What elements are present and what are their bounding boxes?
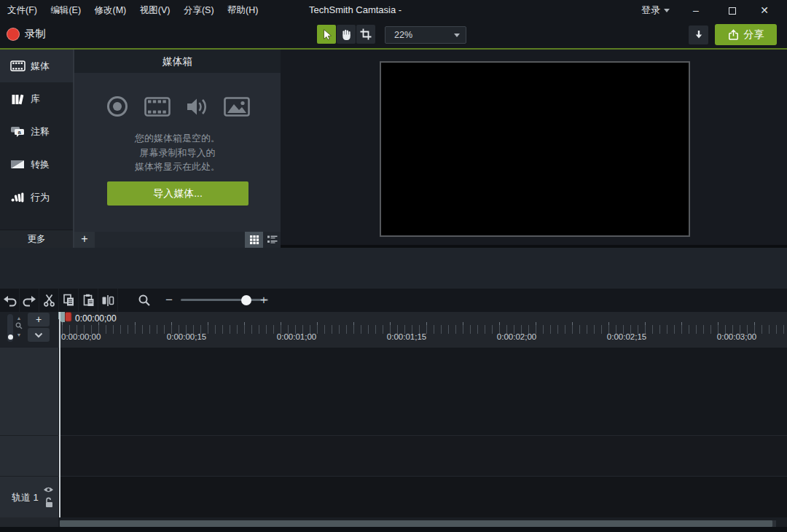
scrollbar-end-notch [772,520,776,527]
add-media-button[interactable]: + [74,232,95,248]
menu-view[interactable]: 视图(V) [135,0,176,20]
eye-icon [43,486,54,493]
menu-edit[interactable]: 编辑(E) [45,0,86,20]
undo-icon [3,294,17,307]
redo-button[interactable] [20,289,39,312]
record-circle-icon [106,95,129,118]
sidebar-item-library[interactable]: 库 [0,82,73,115]
ruler-label: 0:00:02;15 [607,332,646,341]
maximize-button[interactable] [723,0,742,20]
ruler-label: 0:00:02;00 [497,332,536,341]
lock-open-icon [44,497,54,508]
track-1-lane[interactable] [58,476,787,517]
track-1-name[interactable]: 轨道 1 [12,491,39,504]
books-icon [8,93,27,105]
callout-icon: a [8,126,27,138]
timeline-zoom-out-button[interactable]: − [163,289,175,312]
cursor-icon [320,28,333,41]
playback-bar: 00:00 / 00:00 30 fps 属性 [0,248,787,289]
canvas-zoom-dropdown[interactable]: 22% [385,26,466,44]
close-button[interactable]: ✕ [755,0,774,20]
grid-view-button[interactable] [245,232,263,248]
timeline-zoom-icon [138,294,151,307]
ruler-label: 0:00:00;15 [167,332,206,341]
magnifier-icon [138,294,151,307]
chevron-down-icon [664,9,670,12]
import-media-button[interactable]: 导入媒体... [107,181,248,206]
tools-sidebar: 媒体 库 [0,50,73,248]
filmstrip-icon [144,97,171,117]
cut-button[interactable] [39,289,59,312]
sidebar-item-behaviors[interactable]: 行为 [0,181,73,214]
sidebar-item-annotations[interactable]: a 注释 [0,115,73,148]
sidebar-item-label: 行为 [31,191,50,204]
undo-button[interactable] [0,289,20,312]
crop-icon [359,28,372,41]
minimize-button[interactable]: – [686,0,705,20]
menu-share[interactable]: 分享(S) [179,0,219,20]
timeline-ruler[interactable]: 0:00:00;00 0:00:00;15 0:00:01;00 0:00:01… [58,312,787,348]
track-lock-toggle[interactable] [44,497,54,508]
track-options-button[interactable] [28,328,50,342]
menu-file[interactable]: 文件(F) [2,0,42,20]
download-icon [692,29,705,41]
scissors-icon [43,294,55,307]
sidebar-item-media[interactable]: 媒体 [0,50,73,82]
main-toolbar: 录制 22% [0,20,787,50]
export-local-button[interactable] [689,26,708,44]
ruler-label: 0:00:01;00 [277,332,316,341]
track-header-divider [0,476,58,477]
share-button[interactable]: 分享 [715,24,777,45]
share-button-label: 分享 [744,28,764,42]
camtasia-window: 文件(F) 编辑(E) 修改(M) 视图(V) 分享(S) 帮助(H) Tech… [0,0,787,532]
timeline-zoom-in-button[interactable]: + [258,289,270,312]
track-visibility-toggle[interactable] [43,486,54,493]
hand-icon [340,28,353,41]
track-height-increase-icon[interactable]: ▲ [15,316,23,321]
menu-help[interactable]: 帮助(H) [222,0,263,20]
menu-items: 文件(F) 编辑(E) 修改(M) 视图(V) 分享(S) 帮助(H) [2,0,263,20]
chevron-down-icon [34,332,43,338]
speaker-icon [186,96,208,117]
maximize-icon [729,7,736,15]
playhead-time-label: 0:00:00;00 [75,313,117,324]
split-icon [101,294,114,307]
track-height-controls: ▲ ▼ + [0,312,58,348]
ruler-label: 0:00:01;15 [387,332,426,341]
timeline-empty-area[interactable] [58,348,787,435]
paste-button[interactable] [79,289,98,312]
magnifier-icon [15,322,23,329]
filmstrip-icon [8,60,27,71]
empty-text-line: 媒体将显示在此处。 [74,160,281,174]
menu-modify[interactable]: 修改(M) [90,0,132,20]
cursor-tool-button[interactable] [317,25,336,44]
sidebar-item-transitions[interactable]: 转换 [0,148,73,181]
horizontal-scrollbar[interactable] [60,520,772,527]
media-bin-empty-icons [74,95,281,118]
track-height-decrease-icon[interactable]: ▼ [15,332,23,337]
behaviors-icon [8,192,27,203]
copy-button[interactable] [59,289,79,312]
timeline-empty-row[interactable] [58,435,787,476]
sidebar-more-button[interactable]: 更多 [0,230,73,248]
track-height-slider-thumb[interactable] [8,335,13,340]
canvas-zoom-value: 22% [394,27,412,43]
sidebar-item-label: 媒体 [31,60,50,73]
media-bin-empty-text: 您的媒体箱是空的。 屏幕录制和导入的 媒体将显示在此处。 [74,131,281,174]
split-button[interactable] [98,289,118,312]
track-headers-column: 轨道 1 [0,348,58,517]
add-track-button[interactable]: + [28,313,50,326]
window-title: TechSmith Camtasia - [309,0,402,20]
record-icon[interactable] [7,28,20,41]
empty-text-line: 屏幕录制和导入的 [74,146,281,160]
timeline-zoom-slider[interactable] [181,299,268,301]
pan-tool-button[interactable] [337,25,356,44]
list-view-button[interactable] [263,232,281,248]
ruler-label: 0:00:03;00 [717,332,756,341]
crop-tool-button[interactable] [356,25,375,44]
sign-in-button[interactable]: 登录 [641,0,670,20]
record-button[interactable]: 录制 [25,27,46,41]
preview-canvas[interactable] [380,61,690,237]
playhead-line[interactable] [59,312,60,517]
timeline-zoom-slider-thumb[interactable] [241,295,251,305]
